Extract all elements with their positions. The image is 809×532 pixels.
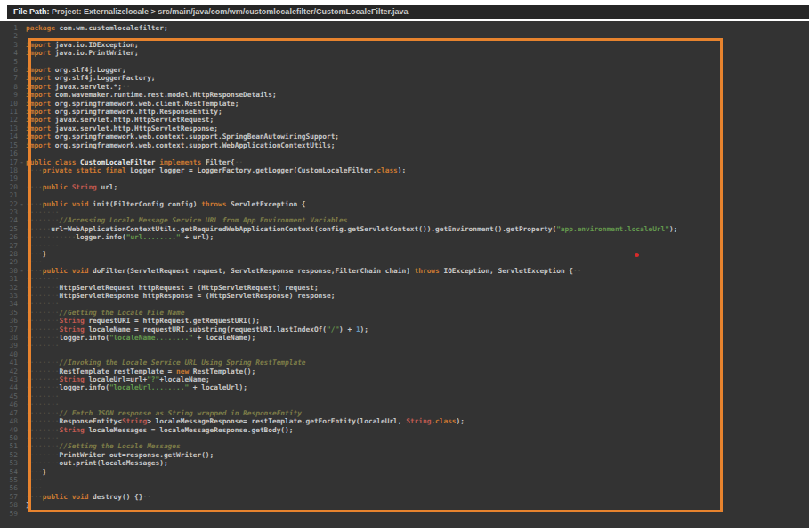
code-line[interactable]: 42········RestTemplate restTemplate = ne…: [0, 367, 809, 375]
code-line[interactable]: 29····: [0, 258, 809, 266]
code-line[interactable]: 21: [0, 191, 809, 199]
code-line[interactable]: 49········String localeMessages = locale…: [0, 426, 809, 434]
fold-spacer: [18, 383, 26, 391]
code-line[interactable]: 34········: [0, 300, 809, 308]
code-line[interactable]: 40: [0, 351, 809, 359]
code-line[interactable]: 24········//Accessing Locale Message Ser…: [0, 216, 809, 224]
code-text: ········String localeUrl=url+"?"+localeN…: [26, 375, 210, 383]
line-number: 38: [0, 334, 18, 342]
code-line[interactable]: 2: [0, 32, 809, 40]
fold-spacer: [18, 484, 26, 492]
line-number: 55: [0, 476, 18, 484]
fold-spacer: [18, 166, 26, 174]
code-line[interactable]: 7import org.slf4j.LoggerFactory;: [0, 74, 809, 82]
code-line[interactable]: 25······url=WebApplicationContextUtils.g…: [0, 225, 809, 233]
code-line[interactable]: 13import javax.servlet.http.HttpServletR…: [0, 125, 809, 133]
code-line[interactable]: 39········: [0, 342, 809, 350]
code-line[interactable]: 36········String requestURI = httpReques…: [0, 317, 809, 325]
code-line[interactable]: 52········PrintWriter out=response.getWr…: [0, 451, 809, 459]
fold-spacer: [18, 116, 26, 124]
code-line[interactable]: 16: [0, 149, 809, 157]
code-line[interactable]: 46········: [0, 400, 809, 408]
fold-spacer: [18, 426, 26, 434]
code-line[interactable]: 20····public String url;: [0, 183, 809, 191]
code-line[interactable]: 19: [0, 174, 809, 182]
code-line[interactable]: 41········//Invoking the Locale Service …: [0, 359, 809, 367]
fold-spacer: [18, 275, 26, 283]
code-line[interactable]: 18····private static final Logger logger…: [0, 166, 809, 174]
code-line[interactable]: 12import javax.servlet.http.HttpServletR…: [0, 116, 809, 124]
line-number: 15: [0, 141, 18, 149]
fold-spacer: [18, 108, 26, 116]
code-line[interactable]: 54····}: [0, 468, 809, 476]
code-line[interactable]: 35········//Getting the Locale File Name: [0, 309, 809, 317]
fold-spacer: [18, 392, 26, 400]
code-line[interactable]: 50········: [0, 434, 809, 442]
code-text: ····public void doFilter(ServletRequest …: [26, 267, 581, 275]
line-number: 20: [0, 183, 18, 191]
code-line[interactable]: 38········logger.info("localeName.......…: [0, 334, 809, 342]
code-line[interactable]: 15import org.springframework.web.context…: [0, 141, 809, 149]
code-line[interactable]: 3import java.io.IOException;: [0, 41, 809, 49]
code-line[interactable]: 10import org.springframework.web.client.…: [0, 100, 809, 108]
code-line[interactable]: 51········//Setting the Locale Messages: [0, 442, 809, 450]
fold-spacer: [18, 32, 26, 40]
code-line[interactable]: 27········: [0, 242, 809, 250]
fold-marker-icon[interactable]: -: [18, 158, 26, 166]
code-text: import javax.servlet.http.HttpServletReq…: [26, 116, 214, 124]
code-line[interactable]: 53········out.print(localeMessages);: [0, 459, 809, 467]
code-line[interactable]: 55····: [0, 476, 809, 484]
code-line[interactable]: 5: [0, 58, 809, 66]
line-number: 14: [0, 133, 18, 141]
fold-spacer: [18, 100, 26, 108]
code-line[interactable]: 33········HttpServletResponse httpRespon…: [0, 292, 809, 300]
fold-spacer: [18, 174, 26, 182]
code-line[interactable]: 44········logger.info("localeUrl........…: [0, 383, 809, 391]
code-line[interactable]: 31········: [0, 275, 809, 283]
code-line[interactable]: 14import org.springframework.web.context…: [0, 133, 809, 141]
code-line[interactable]: 43········String localeUrl=url+"?"+local…: [0, 375, 809, 383]
code-line[interactable]: 59: [0, 510, 809, 518]
code-line[interactable]: 57····public void destroy() {}··: [0, 493, 809, 501]
code-editor[interactable]: 1package com.wm.customlocalefilter;23imp…: [0, 21, 809, 528]
code-line[interactable]: 1package com.wm.customlocalefilter;: [0, 24, 809, 32]
line-number: 36: [0, 317, 18, 325]
code-line[interactable]: 9import com.wavemaker.runtime.rest.model…: [0, 91, 809, 99]
code-text: ····}: [26, 468, 46, 476]
code-line[interactable]: 32········HttpServletRequest httpRequest…: [0, 284, 809, 292]
code-line[interactable]: 26············logger.info("url........" …: [0, 233, 809, 241]
code-line[interactable]: 4import java.io.PrintWriter;: [0, 49, 809, 57]
code-line[interactable]: 56····: [0, 484, 809, 492]
code-line[interactable]: 48········ResponseEntity<String> localeM…: [0, 417, 809, 425]
line-number: 6: [0, 66, 18, 74]
fold-spacer: [18, 375, 26, 383]
fold-spacer: [18, 409, 26, 417]
code-line[interactable]: 28····}: [0, 250, 809, 258]
code-line[interactable]: 30-····public void doFilter(ServletReque…: [0, 267, 809, 275]
code-text: import javax.servlet.http.HttpServletRes…: [26, 125, 218, 133]
code-line[interactable]: 8import javax.servlet.*;··: [0, 83, 809, 91]
code-line[interactable]: 17-public class CustomLocaleFilter imple…: [0, 158, 809, 166]
code-line[interactable]: 22-····public void init(FilterConfig con…: [0, 200, 809, 208]
code-line[interactable]: 23········: [0, 208, 809, 216]
code-line[interactable]: 45········: [0, 392, 809, 400]
fold-marker-icon[interactable]: -: [18, 200, 26, 208]
fold-spacer: [18, 342, 26, 350]
fold-marker-icon[interactable]: -: [18, 267, 26, 275]
line-number: 2: [0, 32, 18, 40]
code-text: ········RestTemplate restTemplate = new …: [26, 367, 255, 375]
code-line[interactable]: 37········String localeName = requestURI…: [0, 326, 809, 334]
code-text: ····: [26, 476, 43, 484]
code-line[interactable]: 11import org.springframework.http.Respon…: [0, 108, 809, 116]
code-text: ········: [26, 342, 60, 350]
code-line[interactable]: 6import org.slf4j.Logger;: [0, 66, 809, 74]
line-number: 31: [0, 275, 18, 283]
code-line[interactable]: 47········// Fetch JSON response as Stri…: [0, 409, 809, 417]
code-text: ········HttpServletResponse httpResponse…: [26, 292, 335, 300]
line-number: 12: [0, 116, 18, 124]
line-number: 44: [0, 383, 18, 391]
code-line[interactable]: 58}: [0, 501, 809, 509]
line-number: 41: [0, 359, 18, 367]
code-text: ········// Fetch JSON response as String…: [26, 409, 302, 417]
line-number: 52: [0, 451, 18, 459]
